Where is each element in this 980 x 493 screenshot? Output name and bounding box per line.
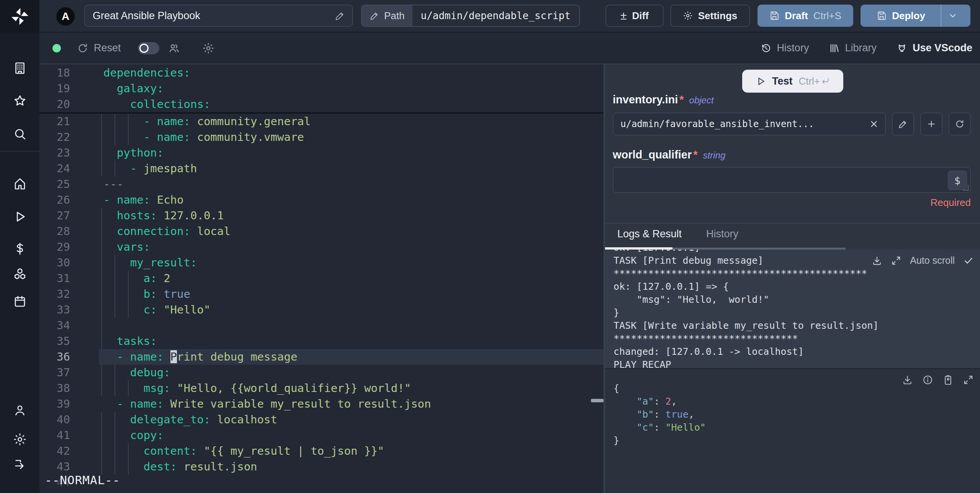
code-line[interactable]: 34 (39, 318, 604, 333)
code-line[interactable]: 27 hosts: 127.0.0.1 (39, 208, 604, 224)
code-line[interactable]: 32 b: true (39, 286, 604, 302)
history-button[interactable]: History (761, 42, 809, 54)
deploy-button-group: Deploy (861, 5, 970, 27)
pane-divider[interactable] (604, 33, 605, 493)
code-line[interactable]: 39 - name: Write variable my_result to r… (39, 396, 604, 412)
sidebar-item-search[interactable] (0, 123, 39, 145)
inventory-resource-input[interactable] (614, 119, 869, 129)
code-line[interactable]: 28 connection: local (39, 224, 604, 239)
assistant-toggle[interactable] (138, 42, 159, 54)
deploy-options-button[interactable] (941, 5, 964, 27)
code-line[interactable]: 29 vars: (39, 239, 604, 255)
sticky-code-line[interactable]: 19 galaxy: (39, 81, 604, 96)
draft-button[interactable]: Draft Ctrl+S (757, 5, 853, 27)
code-line[interactable]: 24 - jmespath (39, 161, 604, 176)
line-number: 41 (39, 428, 70, 443)
indent-guide (101, 412, 102, 428)
code-line[interactable]: 43 dest: result.json (39, 459, 604, 475)
path-value[interactable]: u/admin/dependable_script (412, 5, 579, 26)
windmill-logo[interactable] (0, 0, 39, 33)
inventory-resource-field[interactable] (613, 113, 886, 135)
expand-log-icon[interactable] (891, 255, 901, 266)
code-editor[interactable]: 18dependencies:19 galaxy:20 collections:… (39, 64, 604, 493)
log-line: ok: [127.0.0.1] => { (614, 280, 980, 293)
script-title-input[interactable] (85, 10, 335, 22)
variable-picker-button[interactable]: $ (948, 171, 967, 190)
code-line[interactable]: 44 (39, 475, 604, 490)
edit-title-pencil-icon[interactable] (335, 10, 345, 21)
chevron-down-icon (948, 11, 958, 21)
code-line[interactable]: 37 debug: (39, 365, 604, 380)
code-line[interactable]: 31 a: 2 (39, 271, 604, 286)
field-name: inventory.ini (613, 93, 678, 106)
code-line[interactable]: 42 content: "{{ my_result | to_json }}" (39, 443, 604, 459)
code-line[interactable]: 41 copy: (39, 428, 604, 443)
required-asterisk: * (679, 93, 684, 106)
copy-result-icon[interactable] (942, 374, 954, 385)
sticky-code-line[interactable]: 20 collections: (39, 96, 604, 112)
code-text: - jmespath (103, 161, 197, 176)
clear-icon[interactable] (869, 119, 879, 129)
expand-result-icon[interactable] (963, 374, 974, 385)
code-line[interactable]: 21 - name: community.general (39, 114, 604, 129)
reset-button[interactable]: Reset (77, 42, 121, 54)
library-button[interactable]: Library (829, 42, 877, 54)
vim-block-cursor: P (170, 350, 177, 363)
pane-resize-handle[interactable] (591, 399, 604, 402)
code-line[interactable]: 30 my_result: (39, 255, 604, 271)
code-line[interactable]: 33 c: "Hello" (39, 302, 604, 318)
sidebar-item-star[interactable] (0, 90, 39, 112)
search-icon (13, 127, 27, 141)
sidebar-item-boxes[interactable] (0, 263, 39, 285)
code-line[interactable]: 22 - name: community.vmware (39, 129, 604, 145)
download-result-icon[interactable] (902, 374, 913, 385)
code-line[interactable]: 35 tasks: (39, 333, 604, 349)
indent-guide (101, 365, 102, 380)
world-qualifier-textarea[interactable] (614, 168, 970, 192)
sidebar (0, 0, 39, 493)
path-field[interactable]: Path u/admin/dependable_script (361, 5, 580, 27)
code-text: tasks: (103, 333, 157, 349)
result-json-line: } (614, 434, 980, 447)
sidebar-item-dollar[interactable] (0, 238, 39, 260)
code-text: debug: (103, 365, 170, 380)
tab-history[interactable]: History (706, 228, 738, 240)
download-log-icon[interactable] (872, 255, 882, 266)
sidebar-item-gear[interactable] (0, 429, 39, 450)
edit-resource-button[interactable] (892, 113, 914, 135)
info-icon[interactable] (922, 374, 933, 385)
required-asterisk: * (693, 149, 697, 161)
sidebar-item-play[interactable] (0, 206, 39, 227)
sidebar-item-calendar[interactable] (0, 291, 39, 312)
code-line[interactable]: 38 msg: "Hello, {{world_qualifier}} worl… (39, 380, 604, 396)
path-label-cell[interactable]: Path (362, 5, 412, 26)
diff-button[interactable]: ± Diff (605, 5, 664, 27)
sticky-code-line[interactable]: 18dependencies: (39, 65, 604, 81)
script-title-field[interactable] (84, 5, 353, 27)
code-text: my_result: (103, 255, 197, 271)
add-resource-button[interactable] (920, 113, 942, 135)
editor-settings-gear-icon[interactable] (202, 42, 214, 54)
tab-logs-result[interactable]: Logs & Result (617, 228, 682, 240)
line-number: 25 (39, 176, 70, 192)
refresh-resource-button[interactable] (949, 113, 971, 135)
line-number: 42 (39, 443, 70, 459)
sidebar-item-building[interactable] (0, 57, 39, 79)
test-button[interactable]: Test Ctrl+ (742, 70, 843, 93)
users-icon[interactable] (168, 42, 180, 54)
log-output[interactable]: ok: [127.0.0.1]TASK [Print debug message… (605, 250, 980, 368)
status-dot (52, 44, 61, 52)
settings-button[interactable]: Settings (670, 5, 750, 27)
code-line[interactable]: 40 delegate_to: localhost (39, 412, 604, 428)
toggle-knob (139, 44, 149, 53)
code-line[interactable]: 26- name: Echo (39, 192, 604, 208)
sidebar-item-person[interactable] (0, 400, 39, 421)
sidebar-item-expand-arrow[interactable] (0, 453, 39, 475)
code-line[interactable]: 36 - name: Print debug message (39, 349, 604, 365)
sidebar-item-home[interactable] (0, 173, 39, 194)
code-line[interactable]: 25--- (39, 176, 604, 192)
code-line[interactable]: 23 python: (39, 145, 604, 161)
use-vscode-button[interactable]: Use VScode (897, 42, 972, 54)
check-icon[interactable] (963, 255, 974, 266)
deploy-button[interactable]: Deploy (867, 5, 935, 27)
